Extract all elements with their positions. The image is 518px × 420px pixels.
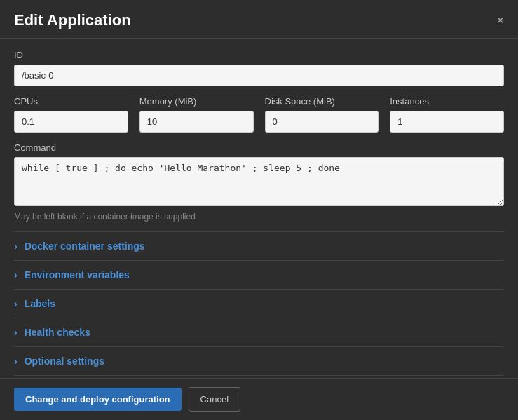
memory-label: Memory (MiB) bbox=[139, 96, 254, 107]
command-field-group: Command May be left blank if a container… bbox=[14, 142, 504, 222]
disk-label: Disk Space (MiB) bbox=[265, 96, 379, 107]
deploy-button[interactable]: Change and deploy configuration bbox=[14, 388, 182, 411]
chevron-right-icon: › bbox=[14, 298, 18, 309]
close-button[interactable]: × bbox=[496, 14, 504, 27]
section-labels[interactable]: ›Labels bbox=[14, 289, 504, 318]
id-input[interactable] bbox=[14, 65, 504, 86]
id-label: ID bbox=[14, 50, 504, 60]
instances-input[interactable] bbox=[390, 111, 504, 133]
cancel-button[interactable]: Cancel bbox=[189, 387, 240, 412]
modal-header: Edit Application × bbox=[0, 0, 518, 39]
disk-input[interactable] bbox=[265, 111, 379, 133]
command-hint: May be left blank if a container image i… bbox=[14, 212, 504, 222]
modal-footer: Change and deploy configuration Cancel bbox=[0, 378, 518, 420]
chevron-right-icon: › bbox=[14, 327, 18, 338]
modal-title: Edit Application bbox=[14, 11, 131, 29]
disk-col: Disk Space (MiB) bbox=[265, 96, 379, 133]
edit-application-modal: Edit Application × ID CPUs Memory (MiB) … bbox=[0, 0, 518, 420]
command-textarea[interactable] bbox=[14, 157, 504, 206]
section-health-checks[interactable]: ›Health checks bbox=[14, 318, 504, 346]
section-label: Labels bbox=[25, 298, 55, 309]
section-optional-settings[interactable]: ›Optional settings bbox=[14, 346, 504, 376]
section-label: Optional settings bbox=[25, 355, 104, 367]
command-label: Command bbox=[14, 142, 504, 153]
section-label: Health checks bbox=[25, 327, 90, 338]
cpus-input[interactable] bbox=[14, 111, 128, 133]
modal-body: ID CPUs Memory (MiB) Disk Space (MiB) In… bbox=[0, 39, 518, 378]
section-label: Environment variables bbox=[25, 269, 130, 280]
section-docker-container-settings[interactable]: ›Docker container settings bbox=[14, 231, 504, 260]
id-field-group: ID bbox=[14, 50, 504, 86]
chevron-right-icon: › bbox=[14, 241, 18, 252]
memory-input[interactable] bbox=[139, 111, 254, 133]
cpus-col: CPUs bbox=[14, 96, 128, 133]
section-label: Docker container settings bbox=[25, 241, 145, 252]
chevron-right-icon: › bbox=[14, 269, 18, 280]
cpus-label: CPUs bbox=[14, 96, 128, 107]
collapsible-sections: ›Docker container settings›Environment v… bbox=[14, 231, 504, 376]
resource-row: CPUs Memory (MiB) Disk Space (MiB) Insta… bbox=[14, 96, 504, 133]
memory-col: Memory (MiB) bbox=[139, 96, 254, 133]
section-environment-variables[interactable]: ›Environment variables bbox=[14, 260, 504, 289]
chevron-right-icon: › bbox=[14, 355, 18, 367]
instances-col: Instances bbox=[390, 96, 504, 133]
instances-label: Instances bbox=[390, 96, 504, 107]
